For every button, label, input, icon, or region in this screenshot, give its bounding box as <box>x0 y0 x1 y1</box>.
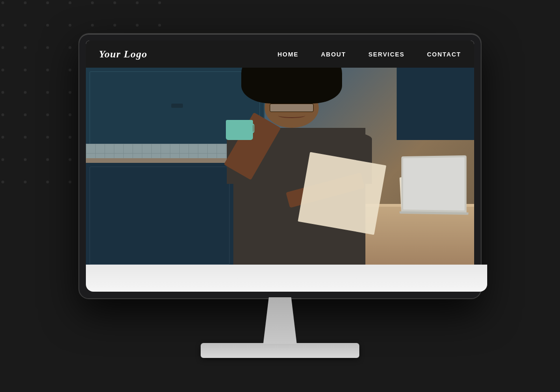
person-hair <box>241 68 342 104</box>
nav-link-services[interactable]: SERVICES <box>368 51 405 58</box>
website: Your Logo HOME ABOUT SERVICES CONTACT <box>86 41 474 268</box>
kitchen-background <box>86 68 474 268</box>
cabinet-handle <box>171 104 183 108</box>
website-hero <box>86 68 474 268</box>
monitor-stand-neck <box>252 297 308 344</box>
nav-logo: Your Logo <box>99 48 147 60</box>
mug <box>226 120 253 140</box>
monitor-screen: Your Logo HOME ABOUT SERVICES CONTACT <box>86 41 474 268</box>
cabinet-upper-right <box>397 68 474 140</box>
lower-cabinet <box>86 158 233 269</box>
monitor-stand-base <box>201 343 359 358</box>
paper-hand <box>298 152 386 234</box>
hero-image <box>86 68 474 268</box>
nav-links: HOME ABOUT SERVICES CONTACT <box>278 51 461 58</box>
monitor-bezel-bottom <box>86 265 487 292</box>
nav-link-contact[interactable]: CONTACT <box>427 51 461 58</box>
nav-link-about[interactable]: ABOUT <box>321 51 346 58</box>
website-nav: Your Logo HOME ABOUT SERVICES CONTACT <box>86 41 474 68</box>
monitor-body: Your Logo HOME ABOUT SERVICES CONTACT <box>79 34 481 298</box>
nav-link-home[interactable]: HOME <box>278 51 299 58</box>
monitor-wrapper: Your Logo HOME ABOUT SERVICES CONTACT <box>79 34 481 358</box>
laptop-lid <box>401 155 467 213</box>
